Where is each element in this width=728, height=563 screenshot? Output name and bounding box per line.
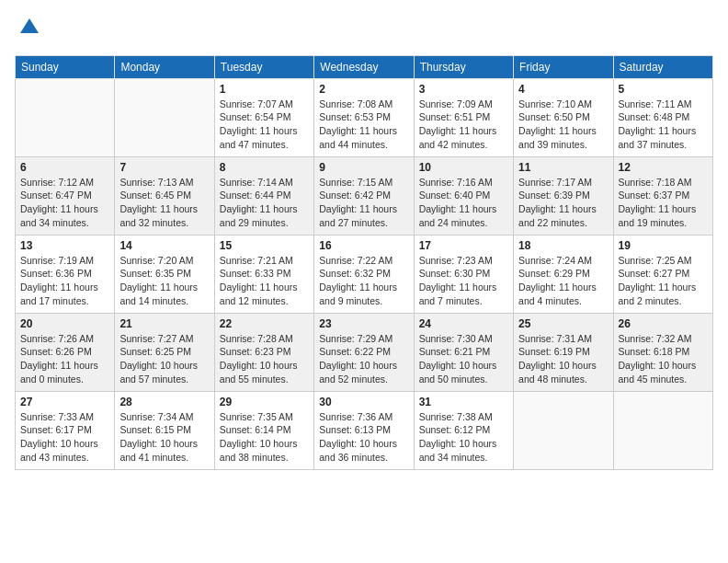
- day-number: 7: [119, 161, 209, 174]
- day-number: 4: [518, 83, 608, 96]
- day-info: Sunrise: 7:15 AM Sunset: 6:42 PM Dayligh…: [319, 176, 408, 230]
- calendar-cell: 26Sunrise: 7:32 AM Sunset: 6:18 PM Dayli…: [613, 313, 712, 391]
- calendar-cell: 5Sunrise: 7:11 AM Sunset: 6:48 PM Daylig…: [613, 78, 712, 156]
- day-info: Sunrise: 7:08 AM Sunset: 6:53 PM Dayligh…: [319, 98, 408, 152]
- calendar-cell: 28Sunrise: 7:34 AM Sunset: 6:15 PM Dayli…: [115, 391, 214, 469]
- calendar-cell: 2Sunrise: 7:08 AM Sunset: 6:53 PM Daylig…: [314, 78, 414, 156]
- day-number: 13: [20, 239, 109, 252]
- day-number: 12: [619, 161, 708, 174]
- day-number: 15: [220, 239, 309, 252]
- day-info: Sunrise: 7:27 AM Sunset: 6:25 PM Dayligh…: [119, 332, 209, 386]
- calendar-cell: 30Sunrise: 7:36 AM Sunset: 6:13 PM Dayli…: [314, 391, 414, 469]
- calendar-cell: 13Sunrise: 7:19 AM Sunset: 6:36 PM Dayli…: [16, 235, 115, 313]
- day-number: 6: [20, 161, 109, 174]
- day-info: Sunrise: 7:33 AM Sunset: 6:17 PM Dayligh…: [20, 410, 109, 465]
- day-info: Sunrise: 7:24 AM Sunset: 6:29 PM Dayligh…: [518, 254, 608, 308]
- day-number: 18: [518, 239, 608, 252]
- day-info: Sunrise: 7:34 AM Sunset: 6:15 PM Dayligh…: [119, 410, 209, 465]
- day-info: Sunrise: 7:12 AM Sunset: 6:47 PM Dayligh…: [20, 176, 109, 230]
- day-number: 22: [220, 317, 309, 330]
- calendar-cell: 19Sunrise: 7:25 AM Sunset: 6:27 PM Dayli…: [613, 235, 712, 313]
- day-number: 29: [220, 396, 309, 408]
- calendar-cell: 6Sunrise: 7:12 AM Sunset: 6:47 PM Daylig…: [16, 156, 115, 235]
- calendar-week-3: 13Sunrise: 7:19 AM Sunset: 6:36 PM Dayli…: [16, 235, 713, 313]
- calendar-cell: 12Sunrise: 7:18 AM Sunset: 6:37 PM Dayli…: [613, 156, 712, 235]
- day-info: Sunrise: 7:25 AM Sunset: 6:27 PM Dayligh…: [619, 254, 708, 308]
- svg-marker-0: [20, 18, 39, 33]
- day-number: 28: [119, 396, 209, 408]
- day-number: 27: [20, 396, 109, 408]
- day-info: Sunrise: 7:17 AM Sunset: 6:39 PM Dayligh…: [518, 176, 608, 230]
- day-header-saturday: Saturday: [613, 55, 712, 78]
- day-info: Sunrise: 7:09 AM Sunset: 6:51 PM Dayligh…: [419, 98, 508, 152]
- calendar-week-5: 27Sunrise: 7:33 AM Sunset: 6:17 PM Dayli…: [16, 391, 713, 469]
- calendar-table: SundayMondayTuesdayWednesdayThursdayFrid…: [15, 55, 713, 470]
- day-header-monday: Monday: [115, 55, 214, 78]
- day-number: 8: [220, 161, 309, 174]
- calendar-cell: 24Sunrise: 7:30 AM Sunset: 6:21 PM Dayli…: [414, 313, 513, 391]
- day-number: 11: [518, 161, 608, 174]
- day-number: 30: [319, 396, 408, 408]
- day-info: Sunrise: 7:32 AM Sunset: 6:18 PM Dayligh…: [619, 332, 708, 386]
- logo-icon: [17, 15, 42, 40]
- day-info: Sunrise: 7:23 AM Sunset: 6:30 PM Dayligh…: [419, 254, 508, 308]
- calendar-cell: 20Sunrise: 7:26 AM Sunset: 6:26 PM Dayli…: [16, 313, 115, 391]
- day-number: 21: [119, 317, 209, 330]
- day-info: Sunrise: 7:16 AM Sunset: 6:40 PM Dayligh…: [419, 176, 508, 230]
- day-info: Sunrise: 7:14 AM Sunset: 6:44 PM Dayligh…: [220, 176, 309, 230]
- day-info: Sunrise: 7:31 AM Sunset: 6:19 PM Dayligh…: [518, 332, 608, 386]
- calendar-cell: 16Sunrise: 7:22 AM Sunset: 6:32 PM Dayli…: [314, 235, 414, 313]
- day-info: Sunrise: 7:26 AM Sunset: 6:26 PM Dayligh…: [20, 332, 109, 386]
- day-info: Sunrise: 7:19 AM Sunset: 6:36 PM Dayligh…: [20, 254, 109, 308]
- calendar-cell: 15Sunrise: 7:21 AM Sunset: 6:33 PM Dayli…: [214, 235, 313, 313]
- day-header-sunday: Sunday: [16, 55, 115, 78]
- calendar-cell: [613, 391, 712, 469]
- calendar-cell: 27Sunrise: 7:33 AM Sunset: 6:17 PM Dayli…: [16, 391, 115, 469]
- calendar-week-4: 20Sunrise: 7:26 AM Sunset: 6:26 PM Dayli…: [16, 313, 713, 391]
- day-info: Sunrise: 7:18 AM Sunset: 6:37 PM Dayligh…: [619, 176, 708, 230]
- calendar-cell: 9Sunrise: 7:15 AM Sunset: 6:42 PM Daylig…: [314, 156, 414, 235]
- day-info: Sunrise: 7:36 AM Sunset: 6:13 PM Dayligh…: [319, 410, 408, 465]
- calendar-cell: 1Sunrise: 7:07 AM Sunset: 6:54 PM Daylig…: [214, 78, 313, 156]
- day-info: Sunrise: 7:29 AM Sunset: 6:22 PM Dayligh…: [319, 332, 408, 386]
- calendar-cell: 14Sunrise: 7:20 AM Sunset: 6:35 PM Dayli…: [115, 235, 214, 313]
- calendar-cell: 23Sunrise: 7:29 AM Sunset: 6:22 PM Dayli…: [314, 313, 414, 391]
- day-number: 16: [319, 239, 408, 252]
- day-number: 1: [220, 83, 309, 96]
- page-header: [15, 15, 713, 46]
- calendar-cell: 25Sunrise: 7:31 AM Sunset: 6:19 PM Dayli…: [514, 313, 613, 391]
- calendar-week-2: 6Sunrise: 7:12 AM Sunset: 6:47 PM Daylig…: [16, 156, 713, 235]
- calendar-cell: 29Sunrise: 7:35 AM Sunset: 6:14 PM Dayli…: [214, 391, 313, 469]
- calendar-cell: 22Sunrise: 7:28 AM Sunset: 6:23 PM Dayli…: [214, 313, 313, 391]
- day-number: 5: [619, 83, 708, 96]
- day-info: Sunrise: 7:20 AM Sunset: 6:35 PM Dayligh…: [119, 254, 209, 308]
- calendar-cell: 4Sunrise: 7:10 AM Sunset: 6:50 PM Daylig…: [514, 78, 613, 156]
- day-info: Sunrise: 7:28 AM Sunset: 6:23 PM Dayligh…: [220, 332, 309, 386]
- day-info: Sunrise: 7:30 AM Sunset: 6:21 PM Dayligh…: [419, 332, 508, 386]
- calendar-cell: 31Sunrise: 7:38 AM Sunset: 6:12 PM Dayli…: [414, 391, 513, 469]
- calendar-cell: [514, 391, 613, 469]
- calendar-cell: [16, 78, 115, 156]
- day-number: 23: [319, 317, 408, 330]
- day-info: Sunrise: 7:11 AM Sunset: 6:48 PM Dayligh…: [619, 98, 708, 152]
- calendar-cell: 18Sunrise: 7:24 AM Sunset: 6:29 PM Dayli…: [514, 235, 613, 313]
- day-number: 26: [619, 317, 708, 330]
- day-number: 31: [419, 396, 508, 408]
- day-info: Sunrise: 7:22 AM Sunset: 6:32 PM Dayligh…: [319, 254, 408, 308]
- calendar-cell: 11Sunrise: 7:17 AM Sunset: 6:39 PM Dayli…: [514, 156, 613, 235]
- day-number: 19: [619, 239, 708, 252]
- day-number: 17: [419, 239, 508, 252]
- day-number: 2: [319, 83, 408, 96]
- calendar-cell: 7Sunrise: 7:13 AM Sunset: 6:45 PM Daylig…: [115, 156, 214, 235]
- day-number: 20: [20, 317, 109, 330]
- day-info: Sunrise: 7:10 AM Sunset: 6:50 PM Dayligh…: [518, 98, 608, 152]
- day-info: Sunrise: 7:21 AM Sunset: 6:33 PM Dayligh…: [220, 254, 309, 308]
- day-header-friday: Friday: [514, 55, 613, 78]
- day-number: 9: [319, 161, 408, 174]
- day-header-tuesday: Tuesday: [214, 55, 313, 78]
- day-number: 3: [419, 83, 508, 96]
- day-header-wednesday: Wednesday: [314, 55, 414, 78]
- day-info: Sunrise: 7:07 AM Sunset: 6:54 PM Dayligh…: [220, 98, 309, 152]
- day-number: 10: [419, 161, 508, 174]
- day-number: 24: [419, 317, 508, 330]
